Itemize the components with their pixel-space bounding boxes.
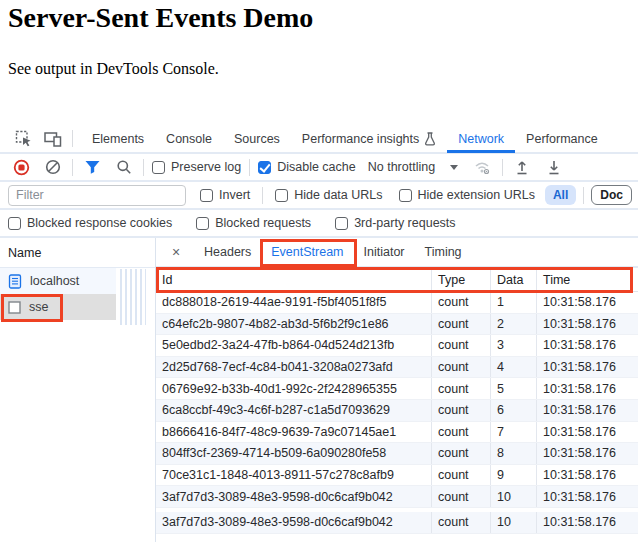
network-content: Name localhost (0, 238, 638, 542)
clear-button[interactable] (42, 156, 64, 178)
filter-toggle-icon[interactable] (81, 156, 103, 178)
divider (583, 187, 584, 204)
close-icon[interactable]: × (166, 244, 186, 260)
divider (502, 159, 503, 176)
network-conditions-icon[interactable] (472, 156, 494, 178)
eventstream-row[interactable]: 804ff3cf-2369-4714-b509-6a090280fe58coun… (156, 443, 638, 465)
detail-tab-initiator[interactable]: Initiator (354, 238, 415, 267)
export-har-icon[interactable] (543, 156, 565, 178)
chevron-down-icon (450, 165, 458, 170)
divider (262, 187, 263, 204)
document-icon (8, 274, 22, 289)
checkbox-unchecked[interactable] (8, 217, 21, 230)
request-row-localhost[interactable]: localhost (0, 268, 116, 294)
disable-cache-checkbox[interactable]: Disable cache (258, 160, 356, 174)
name-column-header[interactable]: Name (0, 238, 155, 268)
hide-extension-urls-checkbox[interactable]: Hide extension URLs (399, 188, 535, 202)
devtools-panel: Elements Console Sources Performance ins… (0, 125, 638, 542)
checkbox-unchecked[interactable] (275, 189, 288, 202)
blocked-response-cookies-checkbox[interactable]: Blocked response cookies (8, 216, 172, 230)
page-subtitle: See output in DevTools Console. (8, 60, 219, 78)
filter-bar: Invert Hide data URLs Hide extension URL… (0, 182, 638, 210)
third-party-requests-checkbox[interactable]: 3rd-party requests (335, 216, 455, 230)
eventstream-row[interactable]: dc888018-2619-44ae-9191-f5bf4051f8f5coun… (156, 292, 638, 314)
eventstream-row[interactable]: 2d25d768-7ecf-4c84-b041-3208a0273afdcoun… (156, 357, 638, 379)
device-toolbar-icon[interactable] (42, 128, 64, 150)
divider (72, 159, 73, 176)
eventstream-row[interactable]: 3af7d7d3-3089-48e3-9598-d0c6caf9b042coun… (156, 486, 638, 508)
divider (249, 159, 250, 176)
checkbox-unchecked[interactable] (152, 161, 165, 174)
eventstream-row[interactable]: c64efc2b-9807-4b82-ab3d-5f6b2f9c1e86coun… (156, 314, 638, 336)
detail-tab-headers[interactable]: Headers (194, 238, 261, 267)
checkbox-unchecked[interactable] (335, 217, 348, 230)
request-row-sse[interactable]: sse (0, 294, 116, 320)
eventstream-row[interactable]: 3af7d7d3-3089-48e3-9598-d0c6caf9b042coun… (156, 512, 638, 534)
checkbox-unchecked[interactable] (200, 189, 213, 202)
tab-performance[interactable]: Performance (515, 124, 609, 153)
screen: Server-Sent Events Demo See output in De… (0, 0, 638, 542)
preserve-log-checkbox[interactable]: Preserve log (152, 160, 241, 174)
request-list-sidebar: Name localhost (0, 238, 156, 542)
eventstream-table-header: Id Type Data Time (156, 268, 638, 292)
filter-input[interactable] (8, 185, 186, 206)
checkbox-unchecked[interactable] (399, 189, 412, 202)
eventstream-row[interactable]: 06769e92-b33b-40d1-992c-2f2428965355coun… (156, 378, 638, 400)
tab-elements[interactable]: Elements (81, 124, 155, 153)
devtools-tabbar: Elements Console Sources Performance ins… (0, 125, 638, 154)
network-toolbar: Preserve log Disable cache No throttling (0, 154, 638, 182)
checkbox-unchecked[interactable] (196, 217, 209, 230)
inspect-element-icon[interactable] (12, 128, 34, 150)
tab-console[interactable]: Console (155, 124, 223, 153)
divider (143, 159, 144, 176)
options-bar: Blocked response cookies Blocked request… (0, 210, 638, 238)
flask-icon (424, 132, 436, 146)
waterfall-gridlines (120, 269, 146, 325)
eventstream-rows: dc888018-2619-44ae-9191-f5bf4051f8f5coun… (156, 292, 638, 534)
detail-tab-timing[interactable]: Timing (415, 238, 472, 267)
checkbox-checked[interactable] (258, 161, 271, 174)
page-title: Server-Sent Events Demo (8, 2, 313, 34)
blocked-requests-checkbox[interactable]: Blocked requests (196, 216, 311, 230)
request-detail-panel: × Headers EventStream Initiator Timing I… (156, 238, 638, 542)
filter-doc-button[interactable]: Doc (591, 185, 632, 205)
detail-tabstrip: × Headers EventStream Initiator Timing (156, 238, 638, 268)
hide-data-urls-checkbox[interactable]: Hide data URLs (275, 188, 382, 202)
tab-performance-insights[interactable]: Performance insights (291, 124, 447, 153)
column-header-id[interactable]: Id (156, 268, 432, 291)
search-icon[interactable] (113, 156, 135, 178)
eventstream-row[interactable]: b8666416-84f7-48c9-9639-7a9c07145ae1coun… (156, 422, 638, 444)
throttling-dropdown[interactable]: No throttling (368, 160, 458, 174)
eventstream-row[interactable]: 5e0edbd2-3a24-47fb-b864-04d524d213fbcoun… (156, 335, 638, 357)
column-header-data[interactable]: Data (491, 268, 537, 291)
column-header-type[interactable]: Type (432, 268, 491, 291)
detail-tab-eventstream[interactable]: EventStream (261, 238, 353, 267)
eventstream-row[interactable]: 6ca8ccbf-49c3-4c6f-b287-c1a5d7093629coun… (156, 400, 638, 422)
invert-checkbox[interactable]: Invert (200, 188, 250, 202)
eventstream-request-icon (8, 301, 21, 314)
tab-network[interactable]: Network (447, 124, 515, 153)
column-header-time[interactable]: Time (537, 268, 638, 291)
divider (72, 130, 73, 147)
import-har-icon[interactable] (511, 156, 533, 178)
tab-sources[interactable]: Sources (223, 124, 291, 153)
eventstream-row[interactable]: 70ce31c1-1848-4013-8911-57c278c8afb9coun… (156, 465, 638, 487)
record-button[interactable] (10, 156, 32, 178)
filter-all-button[interactable]: All (545, 185, 576, 205)
